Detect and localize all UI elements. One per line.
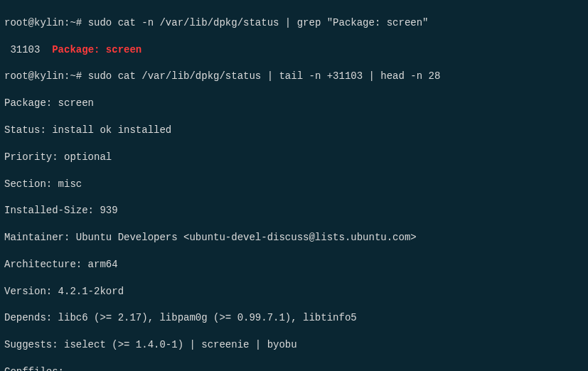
pkg-field-maintainer: Maintainer: Ubuntu Developers <ubuntu-de… [4, 231, 584, 244]
pkg-field-status: Status: install ok installed [4, 124, 584, 137]
pkg-field-architecture: Architecture: arm64 [4, 258, 584, 271]
pkg-field-suggests: Suggests: iselect (>= 1.4.0-1) | screeni… [4, 338, 584, 352]
command-2: sudo cat /var/lib/dpkg/status | tail -n … [88, 70, 441, 82]
pkg-field-package: Package: screen [4, 97, 584, 110]
terminal[interactable]: root@kylin:~# sudo cat -n /var/lib/dpkg/… [0, 0, 588, 371]
grep-match-text: Package: screen [52, 44, 141, 55]
pkg-field-conffiles: Conffiles: [4, 365, 584, 371]
pkg-field-depends: Depends: libc6 (>= 2.17), libpam0g (>= 0… [4, 311, 584, 325]
grep-output-line: 31103 Package: screen [4, 43, 584, 57]
command-1: sudo cat -n /var/lib/dpkg/status | grep … [88, 17, 429, 28]
shell-prompt: root@kylin:~# [4, 70, 88, 82]
pkg-field-priority: Priority: optional [4, 151, 584, 164]
shell-prompt: root@kylin:~# [4, 17, 88, 28]
cmd-line-1: root@kylin:~# sudo cat -n /var/lib/dpkg/… [4, 16, 584, 30]
pkg-field-version: Version: 4.2.1-2kord [4, 285, 584, 299]
pkg-field-installed-size: Installed-Size: 939 [4, 204, 584, 217]
cmd-line-2: root@kylin:~# sudo cat /var/lib/dpkg/sta… [4, 70, 584, 83]
pkg-field-section: Section: misc [4, 178, 584, 191]
grep-line-number: 31103 [4, 44, 52, 55]
